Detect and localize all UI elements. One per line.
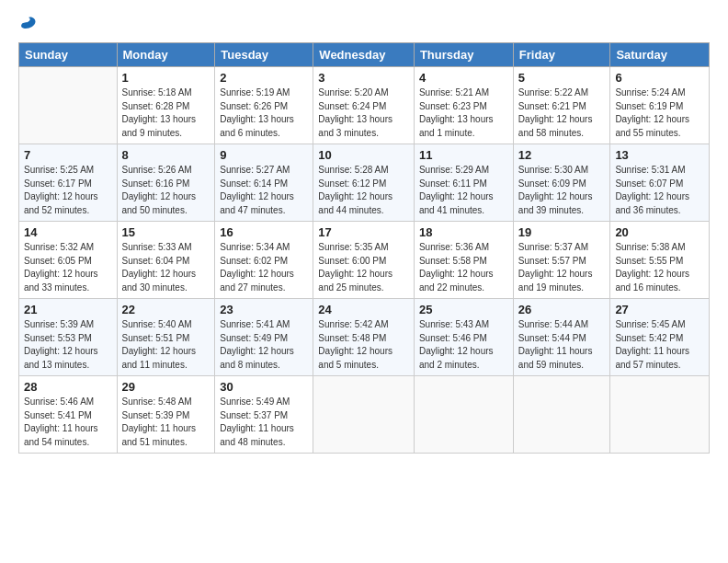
logo-text (18, 15, 37, 33)
calendar-cell: 4Sunrise: 5:21 AMSunset: 6:23 PMDaylight… (414, 67, 513, 144)
calendar-week-2: 7Sunrise: 5:25 AMSunset: 6:17 PMDaylight… (19, 144, 710, 222)
calendar-cell: 16Sunrise: 5:34 AMSunset: 6:02 PMDayligh… (215, 222, 313, 299)
calendar-cell (313, 376, 415, 454)
calendar-cell: 30Sunrise: 5:49 AMSunset: 5:37 PMDayligh… (215, 376, 313, 454)
day-info: Sunrise: 5:29 AMSunset: 6:11 PMDaylight:… (419, 164, 508, 217)
header (18, 15, 710, 33)
day-number: 26 (518, 303, 606, 316)
day-info: Sunrise: 5:26 AMSunset: 6:16 PMDaylight:… (122, 164, 210, 217)
calendar-header-row: SundayMondayTuesdayWednesdayThursdayFrid… (19, 43, 710, 67)
calendar-cell: 13Sunrise: 5:31 AMSunset: 6:07 PMDayligh… (610, 144, 710, 222)
column-header-friday: Friday (513, 43, 610, 67)
day-number: 16 (220, 225, 308, 239)
calendar-week-4: 21Sunrise: 5:39 AMSunset: 5:53 PMDayligh… (19, 299, 710, 376)
day-number: 8 (122, 148, 210, 162)
day-info: Sunrise: 5:22 AMSunset: 6:21 PMDaylight:… (518, 86, 606, 140)
day-number: 2 (220, 71, 308, 85)
day-info: Sunrise: 5:30 AMSunset: 6:09 PMDaylight:… (518, 164, 606, 217)
day-number: 25 (419, 303, 508, 316)
day-info: Sunrise: 5:44 AMSunset: 5:44 PMDaylight:… (518, 318, 606, 372)
day-info: Sunrise: 5:34 AMSunset: 6:02 PMDaylight:… (220, 241, 308, 294)
day-number: 15 (122, 225, 210, 239)
day-info: Sunrise: 5:36 AMSunset: 5:58 PMDaylight:… (419, 241, 508, 294)
calendar-cell: 27Sunrise: 5:45 AMSunset: 5:42 PMDayligh… (610, 299, 710, 376)
logo-bird-icon (20, 15, 37, 31)
calendar-cell: 26Sunrise: 5:44 AMSunset: 5:44 PMDayligh… (513, 299, 610, 376)
calendar-cell: 23Sunrise: 5:41 AMSunset: 5:49 PMDayligh… (215, 299, 313, 376)
calendar-week-3: 14Sunrise: 5:32 AMSunset: 6:05 PMDayligh… (19, 222, 710, 299)
calendar-cell: 22Sunrise: 5:40 AMSunset: 5:51 PMDayligh… (117, 299, 215, 376)
day-info: Sunrise: 5:45 AMSunset: 5:42 PMDaylight:… (615, 318, 704, 372)
day-number: 3 (318, 71, 409, 85)
page: SundayMondayTuesdayWednesdayThursdayFrid… (0, 0, 728, 563)
calendar-cell: 12Sunrise: 5:30 AMSunset: 6:09 PMDayligh… (513, 144, 610, 222)
calendar-cell: 15Sunrise: 5:33 AMSunset: 6:04 PMDayligh… (117, 222, 215, 299)
calendar-cell (414, 376, 513, 454)
day-number: 14 (24, 225, 112, 239)
day-number: 23 (220, 303, 308, 316)
calendar-cell (19, 67, 118, 144)
day-info: Sunrise: 5:39 AMSunset: 5:53 PMDaylight:… (24, 318, 112, 372)
day-number: 17 (318, 225, 409, 239)
day-number: 27 (615, 303, 704, 316)
day-info: Sunrise: 5:19 AMSunset: 6:26 PMDaylight:… (220, 86, 308, 140)
day-number: 10 (318, 148, 409, 162)
day-number: 12 (518, 148, 606, 162)
day-info: Sunrise: 5:37 AMSunset: 5:57 PMDaylight:… (518, 241, 606, 294)
day-info: Sunrise: 5:28 AMSunset: 6:12 PMDaylight:… (318, 164, 409, 217)
day-info: Sunrise: 5:42 AMSunset: 5:48 PMDaylight:… (318, 318, 409, 372)
day-number: 4 (419, 71, 508, 85)
calendar-cell: 20Sunrise: 5:38 AMSunset: 5:55 PMDayligh… (610, 222, 710, 299)
calendar-cell: 1Sunrise: 5:18 AMSunset: 6:28 PMDaylight… (117, 67, 215, 144)
day-info: Sunrise: 5:41 AMSunset: 5:49 PMDaylight:… (220, 318, 308, 372)
day-info: Sunrise: 5:35 AMSunset: 6:00 PMDaylight:… (318, 241, 409, 294)
calendar-cell (513, 376, 610, 454)
day-info: Sunrise: 5:18 AMSunset: 6:28 PMDaylight:… (122, 86, 210, 140)
day-info: Sunrise: 5:20 AMSunset: 6:24 PMDaylight:… (318, 86, 409, 140)
day-number: 6 (615, 71, 704, 85)
calendar-cell: 25Sunrise: 5:43 AMSunset: 5:46 PMDayligh… (414, 299, 513, 376)
calendar-cell: 3Sunrise: 5:20 AMSunset: 6:24 PMDaylight… (313, 67, 415, 144)
day-info: Sunrise: 5:32 AMSunset: 6:05 PMDaylight:… (24, 241, 112, 294)
calendar-cell: 17Sunrise: 5:35 AMSunset: 6:00 PMDayligh… (313, 222, 415, 299)
day-number: 11 (419, 148, 508, 162)
day-info: Sunrise: 5:38 AMSunset: 5:55 PMDaylight:… (615, 241, 704, 294)
day-number: 20 (615, 225, 704, 239)
calendar-table: SundayMondayTuesdayWednesdayThursdayFrid… (18, 42, 710, 454)
calendar-cell: 7Sunrise: 5:25 AMSunset: 6:17 PMDaylight… (19, 144, 118, 222)
calendar-cell: 11Sunrise: 5:29 AMSunset: 6:11 PMDayligh… (414, 144, 513, 222)
day-info: Sunrise: 5:25 AMSunset: 6:17 PMDaylight:… (24, 164, 112, 217)
day-info: Sunrise: 5:27 AMSunset: 6:14 PMDaylight:… (220, 164, 308, 217)
day-number: 13 (615, 148, 704, 162)
calendar-cell: 14Sunrise: 5:32 AMSunset: 6:05 PMDayligh… (19, 222, 118, 299)
day-info: Sunrise: 5:49 AMSunset: 5:37 PMDaylight:… (220, 396, 308, 449)
day-number: 28 (24, 380, 112, 394)
column-header-tuesday: Tuesday (215, 43, 313, 67)
day-info: Sunrise: 5:33 AMSunset: 6:04 PMDaylight:… (122, 241, 210, 294)
calendar-cell: 10Sunrise: 5:28 AMSunset: 6:12 PMDayligh… (313, 144, 415, 222)
calendar-cell: 6Sunrise: 5:24 AMSunset: 6:19 PMDaylight… (610, 67, 710, 144)
day-number: 1 (122, 71, 210, 85)
calendar-cell: 28Sunrise: 5:46 AMSunset: 5:41 PMDayligh… (19, 376, 118, 454)
day-number: 30 (220, 380, 308, 394)
calendar-cell: 29Sunrise: 5:48 AMSunset: 5:39 PMDayligh… (117, 376, 215, 454)
day-number: 19 (518, 225, 606, 239)
day-info: Sunrise: 5:46 AMSunset: 5:41 PMDaylight:… (24, 396, 112, 449)
column-header-monday: Monday (117, 43, 215, 67)
day-info: Sunrise: 5:24 AMSunset: 6:19 PMDaylight:… (615, 86, 704, 140)
column-header-wednesday: Wednesday (313, 43, 415, 67)
calendar-cell: 24Sunrise: 5:42 AMSunset: 5:48 PMDayligh… (313, 299, 415, 376)
calendar-cell: 8Sunrise: 5:26 AMSunset: 6:16 PMDaylight… (117, 144, 215, 222)
calendar-cell (610, 376, 710, 454)
column-header-thursday: Thursday (414, 43, 513, 67)
day-info: Sunrise: 5:43 AMSunset: 5:46 PMDaylight:… (419, 318, 508, 372)
calendar-cell: 5Sunrise: 5:22 AMSunset: 6:21 PMDaylight… (513, 67, 610, 144)
logo (18, 15, 37, 33)
day-number: 24 (318, 303, 409, 316)
calendar-cell: 18Sunrise: 5:36 AMSunset: 5:58 PMDayligh… (414, 222, 513, 299)
day-number: 9 (220, 148, 308, 162)
day-info: Sunrise: 5:31 AMSunset: 6:07 PMDaylight:… (615, 164, 704, 217)
calendar-cell: 19Sunrise: 5:37 AMSunset: 5:57 PMDayligh… (513, 222, 610, 299)
calendar-cell: 21Sunrise: 5:39 AMSunset: 5:53 PMDayligh… (19, 299, 118, 376)
column-header-saturday: Saturday (610, 43, 710, 67)
